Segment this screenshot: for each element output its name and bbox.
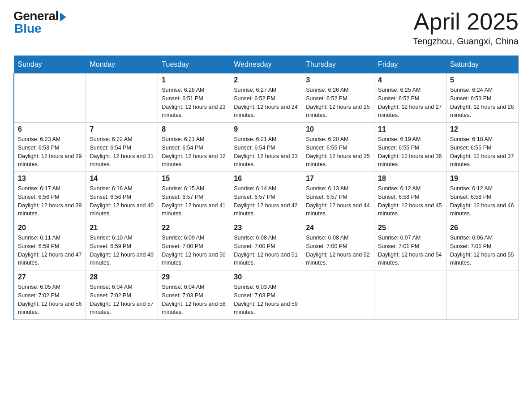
day-number: 19 xyxy=(450,175,515,183)
day-number: 3 xyxy=(306,76,370,84)
calendar-cell: 28Sunrise: 6:04 AMSunset: 7:02 PMDayligh… xyxy=(86,270,158,320)
day-info: Sunrise: 6:11 AMSunset: 6:59 PMDaylight:… xyxy=(18,234,82,267)
calendar-cell: 16Sunrise: 6:14 AMSunset: 6:57 PMDayligh… xyxy=(230,172,302,221)
calendar-cell: 6Sunrise: 6:23 AMSunset: 6:53 PMDaylight… xyxy=(14,123,86,172)
calendar-cell: 30Sunrise: 6:03 AMSunset: 7:03 PMDayligh… xyxy=(230,270,302,320)
day-number: 17 xyxy=(306,175,370,183)
day-number: 4 xyxy=(378,76,442,84)
calendar-table: SundayMondayTuesdayWednesdayThursdayFrid… xyxy=(13,56,519,320)
day-number: 6 xyxy=(18,125,82,133)
calendar-cell: 23Sunrise: 6:08 AMSunset: 7:00 PMDayligh… xyxy=(230,221,302,270)
day-number: 7 xyxy=(90,125,154,133)
logo: General Blue xyxy=(13,9,66,36)
calendar-cell: 17Sunrise: 6:13 AMSunset: 6:57 PMDayligh… xyxy=(302,172,374,221)
calendar-cell: 14Sunrise: 6:16 AMSunset: 6:56 PMDayligh… xyxy=(86,172,158,221)
calendar-week-row: 6Sunrise: 6:23 AMSunset: 6:53 PMDaylight… xyxy=(14,123,519,172)
day-number: 12 xyxy=(450,125,515,133)
day-of-week-header: Monday xyxy=(86,56,158,73)
calendar-cell: 20Sunrise: 6:11 AMSunset: 6:59 PMDayligh… xyxy=(14,221,86,270)
day-number: 2 xyxy=(234,76,298,84)
calendar-cell: 26Sunrise: 6:06 AMSunset: 7:01 PMDayligh… xyxy=(446,221,519,270)
day-info: Sunrise: 6:15 AMSunset: 6:57 PMDaylight:… xyxy=(162,184,226,218)
calendar-cell xyxy=(14,73,86,123)
calendar-header: SundayMondayTuesdayWednesdayThursdayFrid… xyxy=(14,56,519,73)
calendar-cell: 9Sunrise: 6:21 AMSunset: 6:54 PMDaylight… xyxy=(230,123,302,172)
day-info: Sunrise: 6:08 AMSunset: 7:00 PMDaylight:… xyxy=(306,234,370,267)
day-info: Sunrise: 6:13 AMSunset: 6:57 PMDaylight:… xyxy=(306,184,370,218)
day-info: Sunrise: 6:03 AMSunset: 7:03 PMDaylight:… xyxy=(234,283,298,317)
calendar-cell: 11Sunrise: 6:19 AMSunset: 6:55 PMDayligh… xyxy=(374,123,446,172)
calendar-cell: 25Sunrise: 6:07 AMSunset: 7:01 PMDayligh… xyxy=(374,221,446,270)
day-number: 18 xyxy=(378,175,442,183)
day-number: 5 xyxy=(450,76,515,84)
day-info: Sunrise: 6:12 AMSunset: 6:58 PMDaylight:… xyxy=(378,184,442,218)
calendar-cell: 22Sunrise: 6:09 AMSunset: 7:00 PMDayligh… xyxy=(158,221,230,270)
day-number: 15 xyxy=(162,175,226,183)
day-of-week-header: Thursday xyxy=(302,56,374,73)
calendar-cell: 18Sunrise: 6:12 AMSunset: 6:58 PMDayligh… xyxy=(374,172,446,221)
calendar-cell: 15Sunrise: 6:15 AMSunset: 6:57 PMDayligh… xyxy=(158,172,230,221)
calendar-cell xyxy=(446,270,519,320)
day-number: 30 xyxy=(234,273,298,281)
day-info: Sunrise: 6:17 AMSunset: 6:56 PMDaylight:… xyxy=(18,184,82,218)
day-info: Sunrise: 6:21 AMSunset: 6:54 PMDaylight:… xyxy=(234,135,298,169)
day-info: Sunrise: 6:10 AMSunset: 6:59 PMDaylight:… xyxy=(90,234,154,267)
day-info: Sunrise: 6:24 AMSunset: 6:53 PMDaylight:… xyxy=(450,86,515,120)
day-info: Sunrise: 6:07 AMSunset: 7:01 PMDaylight:… xyxy=(378,234,442,267)
calendar-cell: 7Sunrise: 6:22 AMSunset: 6:54 PMDaylight… xyxy=(86,123,158,172)
calendar-cell: 29Sunrise: 6:04 AMSunset: 7:03 PMDayligh… xyxy=(158,270,230,320)
logo-blue-text: Blue xyxy=(13,21,42,36)
days-of-week-row: SundayMondayTuesdayWednesdayThursdayFrid… xyxy=(14,56,519,73)
day-of-week-header: Saturday xyxy=(446,56,519,73)
calendar-cell: 13Sunrise: 6:17 AMSunset: 6:56 PMDayligh… xyxy=(14,172,86,221)
calendar-cell: 21Sunrise: 6:10 AMSunset: 6:59 PMDayligh… xyxy=(86,221,158,270)
day-info: Sunrise: 6:21 AMSunset: 6:54 PMDaylight:… xyxy=(162,135,226,169)
day-number: 26 xyxy=(450,224,515,232)
day-number: 1 xyxy=(162,76,226,84)
day-number: 24 xyxy=(306,224,370,232)
calendar-cell: 1Sunrise: 6:28 AMSunset: 6:51 PMDaylight… xyxy=(158,73,230,123)
day-number: 11 xyxy=(378,125,442,133)
calendar-week-row: 27Sunrise: 6:05 AMSunset: 7:02 PMDayligh… xyxy=(14,270,519,320)
calendar-body: 1Sunrise: 6:28 AMSunset: 6:51 PMDaylight… xyxy=(14,73,519,320)
day-info: Sunrise: 6:12 AMSunset: 6:58 PMDaylight:… xyxy=(450,184,515,218)
day-of-week-header: Wednesday xyxy=(230,56,302,73)
day-info: Sunrise: 6:14 AMSunset: 6:57 PMDaylight:… xyxy=(234,184,298,218)
day-info: Sunrise: 6:04 AMSunset: 7:03 PMDaylight:… xyxy=(162,283,226,317)
day-number: 27 xyxy=(18,273,82,281)
day-number: 10 xyxy=(306,125,370,133)
calendar-cell: 27Sunrise: 6:05 AMSunset: 7:02 PMDayligh… xyxy=(14,270,86,320)
day-info: Sunrise: 6:22 AMSunset: 6:54 PMDaylight:… xyxy=(90,135,154,169)
calendar-week-row: 13Sunrise: 6:17 AMSunset: 6:56 PMDayligh… xyxy=(14,172,519,221)
day-info: Sunrise: 6:18 AMSunset: 6:55 PMDaylight:… xyxy=(450,135,515,169)
calendar-cell: 12Sunrise: 6:18 AMSunset: 6:55 PMDayligh… xyxy=(446,123,519,172)
subtitle: Tengzhou, Guangxi, China xyxy=(413,36,519,47)
calendar-cell xyxy=(374,270,446,320)
day-of-week-header: Friday xyxy=(374,56,446,73)
day-info: Sunrise: 6:20 AMSunset: 6:55 PMDaylight:… xyxy=(306,135,370,169)
main-title: April 2025 xyxy=(413,9,519,34)
day-info: Sunrise: 6:26 AMSunset: 6:52 PMDaylight:… xyxy=(306,86,370,120)
calendar-cell: 8Sunrise: 6:21 AMSunset: 6:54 PMDaylight… xyxy=(158,123,230,172)
day-number: 13 xyxy=(18,175,82,183)
day-number: 25 xyxy=(378,224,442,232)
logo-arrow-icon xyxy=(60,13,66,21)
day-info: Sunrise: 6:08 AMSunset: 7:00 PMDaylight:… xyxy=(234,234,298,267)
day-of-week-header: Tuesday xyxy=(158,56,230,73)
page-header: General Blue April 2025 Tengzhou, Guangx… xyxy=(13,9,519,47)
day-number: 29 xyxy=(162,273,226,281)
day-info: Sunrise: 6:16 AMSunset: 6:56 PMDaylight:… xyxy=(90,184,154,218)
calendar-cell: 5Sunrise: 6:24 AMSunset: 6:53 PMDaylight… xyxy=(446,73,519,123)
day-info: Sunrise: 6:25 AMSunset: 6:52 PMDaylight:… xyxy=(378,86,442,120)
calendar-cell: 10Sunrise: 6:20 AMSunset: 6:55 PMDayligh… xyxy=(302,123,374,172)
calendar-cell: 24Sunrise: 6:08 AMSunset: 7:00 PMDayligh… xyxy=(302,221,374,270)
calendar-cell: 4Sunrise: 6:25 AMSunset: 6:52 PMDaylight… xyxy=(374,73,446,123)
day-info: Sunrise: 6:06 AMSunset: 7:01 PMDaylight:… xyxy=(450,234,515,267)
day-info: Sunrise: 6:23 AMSunset: 6:53 PMDaylight:… xyxy=(18,135,82,169)
day-number: 8 xyxy=(162,125,226,133)
day-info: Sunrise: 6:28 AMSunset: 6:51 PMDaylight:… xyxy=(162,86,226,120)
day-number: 20 xyxy=(18,224,82,232)
calendar-cell: 19Sunrise: 6:12 AMSunset: 6:58 PMDayligh… xyxy=(446,172,519,221)
day-info: Sunrise: 6:09 AMSunset: 7:00 PMDaylight:… xyxy=(162,234,226,267)
day-number: 28 xyxy=(90,273,154,281)
